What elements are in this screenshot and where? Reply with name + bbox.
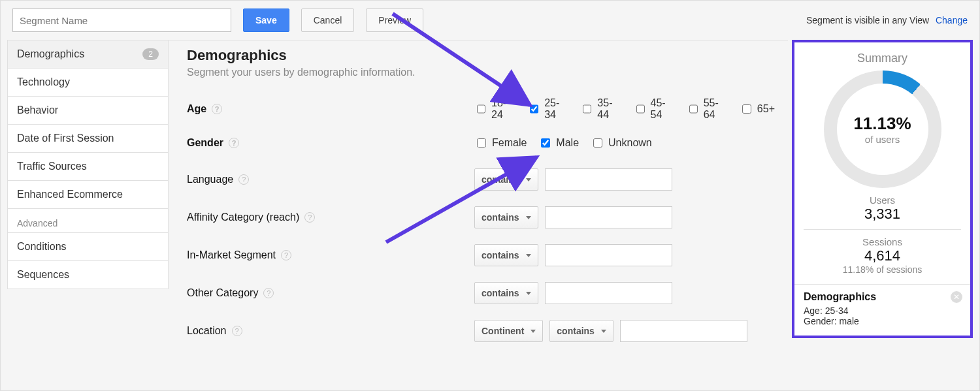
summary-donut: 11.13% of users — [824, 70, 941, 188]
panel-title: Demographics — [187, 47, 775, 64]
sidebar-item-label: Date of First Session — [17, 133, 114, 144]
affinity-op-select[interactable]: contains — [474, 206, 538, 228]
filter-age: Age: 25-34 — [804, 305, 961, 316]
sessions-value: 4,614 — [804, 247, 961, 264]
close-icon[interactable]: ✕ — [951, 291, 962, 303]
filter-title: Demographics — [804, 291, 961, 303]
help-icon[interactable]: ? — [232, 326, 242, 336]
sidebar-item-first-session[interactable]: Date of First Session — [8, 125, 168, 153]
caret-down-icon — [526, 216, 531, 219]
sessions-pct: 11.18% of sessions — [804, 264, 961, 275]
summary-percent: 11.13% — [853, 114, 911, 134]
age-45-54[interactable]: 45-54 — [634, 97, 675, 121]
gender-female[interactable]: Female — [474, 136, 527, 149]
users-label: Users — [804, 195, 961, 206]
caret-down-icon — [526, 292, 531, 295]
gender-unknown[interactable]: Unknown — [591, 136, 652, 149]
filter-gender: Gender: male — [804, 316, 961, 326]
inmarket-input[interactable] — [545, 244, 672, 266]
sidebar-badge: 2 — [142, 48, 159, 60]
help-icon[interactable]: ? — [238, 174, 249, 185]
inmarket-op-select[interactable]: contains — [474, 244, 538, 266]
sidebar-item-traffic-sources[interactable]: Traffic Sources — [8, 153, 168, 181]
help-icon[interactable]: ? — [263, 288, 274, 298]
location-scope-select[interactable]: Continent — [474, 320, 543, 342]
users-value: 3,331 — [804, 206, 961, 223]
affinity-input[interactable] — [545, 206, 672, 228]
sidebar-item-sequences[interactable]: Sequences — [8, 261, 168, 289]
sidebar-item-label: Sequences — [17, 269, 69, 281]
age-65plus[interactable]: 65+ — [740, 102, 775, 116]
sidebar-item-label: Technology — [17, 76, 70, 88]
caret-down-icon — [531, 330, 536, 333]
row-gender: Gender? Female Male Unknown — [187, 131, 775, 155]
location-label: Location — [187, 325, 227, 337]
gender-label: Gender — [187, 137, 223, 149]
summary-filter-card: ✕ Demographics Age: 25-34 Gender: male — [794, 284, 970, 336]
other-op-select[interactable]: contains — [474, 282, 538, 304]
header-row: Save Cancel Preview Segment is visible i… — [7, 8, 973, 40]
main-panel: Demographics Segment your users by demog… — [169, 40, 788, 355]
sidebar-item-behavior[interactable]: Behavior — [8, 97, 168, 125]
preview-button[interactable]: Preview — [366, 8, 423, 32]
help-icon[interactable]: ? — [281, 250, 291, 260]
sessions-label: Sessions — [804, 236, 961, 247]
row-age: Age? 18-24 25-34 35-44 45-54 55-64 65+ — [187, 97, 775, 121]
sidebar-item-technology[interactable]: Technology — [8, 69, 168, 97]
change-link[interactable]: Change — [936, 15, 968, 25]
help-icon[interactable]: ? — [304, 212, 315, 223]
segment-name-input[interactable] — [12, 8, 231, 32]
language-input[interactable] — [545, 168, 672, 191]
sidebar-item-enhanced-ecommerce[interactable]: Enhanced Ecommerce — [8, 181, 168, 209]
visibility-label: Segment is visible in any View — [806, 15, 929, 25]
row-inmarket: In-Market Segment? contains — [187, 242, 775, 269]
panel-subtitle: Segment your users by demographic inform… — [187, 67, 775, 78]
caret-down-icon — [601, 330, 606, 333]
row-language: Language? contains — [187, 166, 775, 193]
help-icon[interactable]: ? — [229, 138, 239, 148]
language-op-select[interactable]: contains — [474, 168, 538, 191]
age-18-24[interactable]: 18-24 — [474, 97, 515, 121]
sidebar: Demographics 2 Technology Behavior Date … — [7, 40, 169, 289]
inmarket-label: In-Market Segment — [187, 249, 276, 261]
segment-visibility-text: Segment is visible in any View Change — [806, 15, 968, 25]
caret-down-icon — [526, 254, 531, 257]
row-affinity: Affinity Category (reach)? contains — [187, 204, 775, 231]
other-input[interactable] — [545, 282, 672, 304]
language-label: Language — [187, 174, 233, 185]
cancel-button[interactable]: Cancel — [301, 8, 355, 32]
other-label: Other Category — [187, 287, 258, 299]
row-location: Location? Continent contains — [187, 317, 775, 345]
save-button[interactable]: Save — [243, 8, 289, 32]
sidebar-item-demographics[interactable]: Demographics 2 — [8, 40, 168, 69]
row-other: Other Category? contains — [187, 279, 775, 307]
sidebar-item-conditions[interactable]: Conditions — [8, 233, 168, 261]
summary-title: Summary — [804, 52, 961, 65]
gender-male[interactable]: Male — [538, 136, 579, 149]
caret-down-icon — [526, 178, 531, 181]
sidebar-item-label: Behavior — [17, 104, 58, 116]
location-op-select[interactable]: contains — [549, 320, 613, 342]
age-35-44[interactable]: 35-44 — [580, 97, 621, 121]
sidebar-item-label: Conditions — [17, 241, 67, 253]
location-input[interactable] — [620, 320, 747, 342]
age-55-64[interactable]: 55-64 — [687, 97, 728, 121]
summary-panel: Summary 11.13% of users Users 3,331 Sess… — [792, 40, 973, 338]
sidebar-group-advanced: Advanced — [8, 209, 168, 233]
affinity-label: Affinity Category (reach) — [187, 211, 299, 223]
sidebar-item-label: Enhanced Ecommerce — [17, 189, 123, 200]
summary-of-users: of users — [865, 134, 900, 145]
sidebar-item-label: Demographics — [17, 48, 84, 60]
sidebar-item-label: Traffic Sources — [17, 161, 87, 172]
age-label: Age — [187, 103, 206, 115]
help-icon[interactable]: ? — [212, 104, 222, 114]
age-25-34[interactable]: 25-34 — [527, 97, 568, 121]
